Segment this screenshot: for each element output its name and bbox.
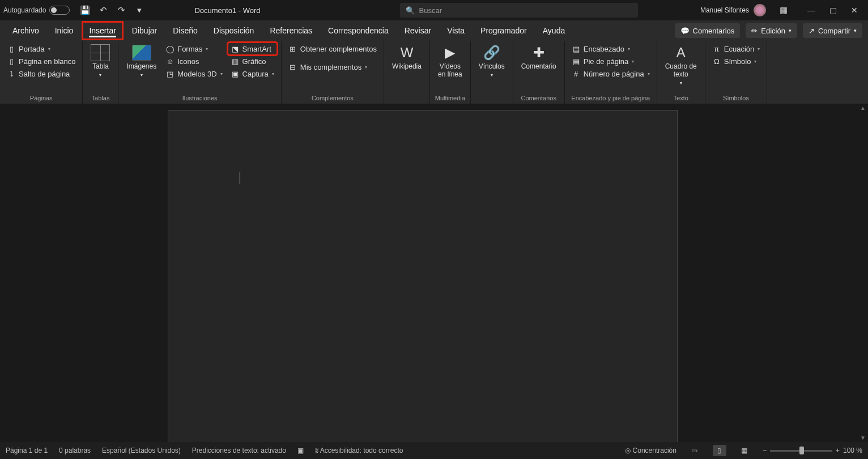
grafico-button[interactable]: ▥Gráfico	[228, 56, 276, 67]
ribbon-group-6: 🔗Vínculos▾	[471, 41, 513, 104]
zoom-slider[interactable]	[770, 450, 832, 452]
zoom-in-button[interactable]: +	[836, 447, 840, 454]
ribbon-display-options-icon[interactable]: ▦	[777, 4, 790, 16]
ribbon-group-Símbolos: πEcuación▾ΩSímbolo▾Símbolos	[705, 41, 767, 104]
videos-linea-label: Vídeos en línea	[438, 63, 462, 79]
zoom-out-button[interactable]: −	[763, 447, 767, 454]
formas-button[interactable]: ◯Formas▾	[163, 43, 224, 54]
scroll-down-icon[interactable]: ▼	[859, 434, 867, 442]
comments-button[interactable]: 💬 Comentarios	[675, 23, 741, 38]
search-input[interactable]: 🔍 Buscar	[400, 3, 638, 18]
autosave-toggle[interactable]: Autoguardado	[3, 6, 70, 15]
scroll-up-icon[interactable]: ▲	[859, 104, 867, 112]
portada-label: Portada	[19, 45, 45, 53]
imagenes-button[interactable]: Imágenes▾	[123, 43, 160, 79]
language-indicator[interactable]: Español (Estados Unidos)	[102, 447, 181, 454]
pagina-blanco-button[interactable]: ▯Página en blanco	[5, 56, 78, 67]
editing-button[interactable]: ✏ Edición ▾	[746, 23, 797, 38]
word-count[interactable]: 0 palabras	[59, 447, 91, 454]
comentario-label: Comentario	[521, 63, 556, 71]
search-placeholder: Buscar	[419, 6, 442, 15]
share-button[interactable]: ↗ Compartir ▾	[803, 23, 862, 38]
numero-pagina-button[interactable]: #Número de página▾	[569, 68, 652, 79]
grafico-label: Gráfico	[242, 57, 266, 66]
group-label: Símbolos	[710, 94, 762, 103]
chevron-down-icon: ▾	[854, 28, 857, 33]
ribbon-group-Ilustraciones: Imágenes▾◯Formas▾☺Iconos◳Modelos 3D▾⬔Sma…	[118, 41, 281, 104]
salto-pagina-button[interactable]: ⤵Salto de página	[5, 68, 78, 79]
redo-icon[interactable]: ↷	[115, 4, 127, 16]
salto-pagina-icon: ⤵	[7, 69, 16, 78]
chevron-down-icon: ▾	[754, 59, 756, 64]
page-indicator[interactable]: Página 1 de 1	[6, 447, 48, 454]
read-mode-button[interactable]: ▭	[688, 445, 701, 456]
save-icon[interactable]: 💾	[79, 4, 91, 16]
accessibility-icon: ʬ	[315, 447, 320, 454]
cuadro-texto-label: Cuadro de texto	[665, 63, 697, 79]
group-label: Ilustraciones	[123, 94, 276, 103]
vinculos-button[interactable]: 🔗Vínculos▾	[475, 43, 508, 79]
ecuacion-button[interactable]: πEcuación▾	[710, 43, 762, 54]
tab-revisar[interactable]: Revisar	[398, 22, 438, 40]
portada-button[interactable]: ▯Portada▾	[5, 43, 78, 54]
tab-ayuda[interactable]: Ayuda	[536, 22, 572, 40]
smartart-label: SmartArt	[242, 45, 271, 53]
obtener-complementos-button[interactable]: ⊞Obtener complementos	[286, 43, 379, 54]
web-layout-button[interactable]: ▦	[738, 445, 751, 456]
mis-complementos-button[interactable]: ⊟Mis complementos▾	[286, 61, 379, 73]
share-icon: ↗	[809, 27, 815, 35]
wikipedia-button[interactable]: WWikipedia	[389, 43, 425, 72]
accessibility-indicator[interactable]: ʬ Accesibilidad: todo correcto	[315, 447, 403, 454]
simbolo-button[interactable]: ΩSímbolo▾	[710, 56, 762, 67]
chevron-down-icon: ▾	[141, 73, 143, 78]
pie-pagina-label: Pie de página	[584, 57, 629, 66]
numero-pagina-icon: #	[572, 69, 581, 78]
window-controls: — ▢ ✕	[801, 2, 865, 18]
print-layout-button[interactable]: ▯	[713, 445, 726, 456]
zoom-level[interactable]: 100 %	[843, 447, 862, 454]
chevron-down-icon: ▾	[758, 46, 760, 52]
videos-linea-button[interactable]: ▶Vídeos en línea	[435, 43, 466, 80]
cuadro-texto-button[interactable]: ACuadro de texto▾	[662, 43, 700, 87]
focus-mode-button[interactable]: ◎ Concentración	[625, 447, 676, 454]
close-button[interactable]: ✕	[844, 2, 865, 18]
maximize-button[interactable]: ▢	[823, 2, 843, 18]
qat-more-icon[interactable]: ▾	[133, 4, 146, 16]
tab-dibujar[interactable]: Dibujar	[125, 22, 164, 40]
tab-referencias[interactable]: Referencias	[263, 22, 319, 40]
macro-record-icon[interactable]: ▣	[297, 447, 304, 454]
iconos-label: Iconos	[177, 57, 199, 66]
tab-disposición[interactable]: Disposición	[207, 22, 261, 40]
comentario-button[interactable]: ✚Comentario	[518, 43, 560, 72]
undo-icon[interactable]: ↶	[97, 4, 109, 16]
text-predictions-indicator[interactable]: Predicciones de texto: activado	[192, 447, 286, 454]
iconos-button[interactable]: ☺Iconos	[163, 56, 224, 67]
document-page[interactable]	[168, 110, 678, 442]
mis-complementos-label: Mis complementos	[300, 63, 361, 71]
tabla-button[interactable]: Tabla▾	[87, 43, 113, 79]
user-account[interactable]: Manuel Sifontes	[700, 4, 766, 16]
vertical-scrollbar[interactable]: ▲ ▼	[859, 104, 867, 442]
modelos-3d-button[interactable]: ◳Modelos 3D▾	[163, 68, 224, 79]
smartart-button[interactable]: ⬔SmartArt	[228, 43, 276, 54]
group-label: Encabezado y pie de página	[569, 94, 652, 103]
formas-icon: ◯	[165, 44, 175, 53]
tab-archivo[interactable]: Archivo	[6, 22, 46, 40]
tab-insertar[interactable]: Insertar	[82, 22, 122, 40]
zoom-control[interactable]: − + 100 %	[763, 447, 862, 454]
captura-button[interactable]: ▣Captura▾	[228, 68, 276, 79]
portada-icon: ▯	[7, 44, 16, 53]
pie-pagina-button[interactable]: ▤Pie de página▾	[569, 56, 652, 67]
tab-programador[interactable]: Programador	[474, 22, 534, 40]
chevron-down-icon: ▾	[680, 80, 682, 86]
tab-vista[interactable]: Vista	[440, 22, 471, 40]
ribbon-group-Texto: ACuadro de texto▾Texto	[657, 41, 705, 104]
comment-icon: 💬	[680, 27, 690, 35]
tab-diseño[interactable]: Diseño	[166, 22, 205, 40]
imagenes-label: Imágenes	[126, 63, 156, 71]
minimize-button[interactable]: —	[801, 2, 822, 18]
tab-inicio[interactable]: Inicio	[48, 22, 80, 40]
encabezado-button[interactable]: ▤Encabezado▾	[569, 43, 652, 54]
tab-correspondencia[interactable]: Correspondencia	[321, 22, 395, 40]
mis-complementos-icon: ⊟	[288, 62, 297, 71]
